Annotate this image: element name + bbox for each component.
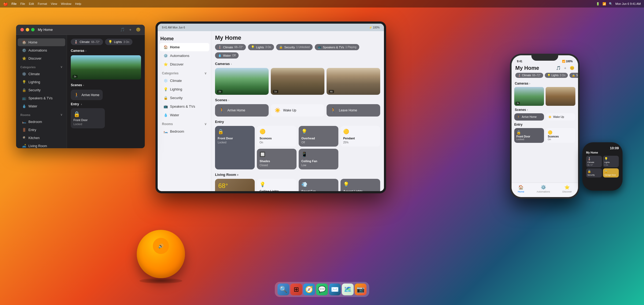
iphone-tab-automations[interactable]: ⚙️ Automations [536,185,550,193]
home-icon: 🏠 [22,40,26,44]
dock-maps[interactable]: 🗺️ [342,284,354,295]
ipad-chip-water[interactable]: 💧 Water Off [215,52,239,59]
menu-view[interactable]: View [51,2,57,5]
sidebar-item-living-room[interactable]: 🛋️ Living Room [18,142,65,148]
menu-format[interactable]: Format [38,2,47,5]
ipad-pendant[interactable]: 🟡 Pendant 25% [340,126,380,147]
ipad-cam-indoor[interactable]: 4s [327,68,380,95]
ipad-rooms-section: Rooms ∨ [158,119,211,127]
ipad-chip-speakers[interactable]: 📺 Speakers & TVs 1 Playing [315,44,359,50]
iphone-tab-discover[interactable]: ⭐ Discover [562,185,572,193]
sidebar-item-entry[interactable]: 🚪 Entry [18,126,65,134]
ipad-smart-fan[interactable]: 💨 Smart Fan Off [299,179,338,191]
ipad-room-bedroom[interactable]: 🛏️Bedroom [159,127,209,136]
iphone-sconces[interactable]: 🟡 Sconces On [546,128,575,143]
menu-edit[interactable]: Edit [29,2,34,5]
sidebar-section-rooms: Rooms ∨ [16,110,67,118]
ipad-scene-leave-home[interactable]: 🚶 Leave Home [327,104,380,117]
iphone-cam-indoor[interactable] [546,87,575,106]
apple-menu-icon[interactable]: 🍎 [3,2,8,6]
dock-messages[interactable]: 💬 [316,284,328,295]
ipad-cat-speakers[interactable]: 📺Speakers & TVs [159,102,209,111]
ipad-cam-outdoor[interactable]: 1s [271,68,324,95]
sidebar-item-lighting[interactable]: 💡 Lighting [18,78,65,86]
iphone-chip-security[interactable]: 🔒 Security 1 Unlocked [569,73,578,78]
dock-finder[interactable]: 🔍 [277,284,289,295]
watch-card-climate[interactable]: 🌡️ Climate 68–72° [586,156,602,167]
ipad-nav-home[interactable]: 🏠 Home [159,43,209,51]
menu-help[interactable]: Help [75,2,81,5]
ipad-chip-climate[interactable]: 🌡️ Climate 68–72° [215,44,246,50]
app-menu-home[interactable]: File [12,2,17,5]
minimize-button[interactable] [26,28,29,31]
sidebar-item-water[interactable]: 💧 Water [18,102,65,110]
ipad-cat-climate[interactable]: ❄️Climate [159,77,209,85]
chevron-down-icon-rooms: ∨ [60,113,62,117]
ipad-sconces[interactable]: 🟡 Sconces On [257,126,297,147]
iphone-screen: 9:41 📶 100% My Home 🎵 ＋ 😊 🌡️ Climate 68–… [512,55,578,197]
ipad-cat-lighting[interactable]: 💡Lighting [159,85,209,93]
dock-mail[interactable]: ✉️ [329,284,341,295]
ipad-nav-automations[interactable]: ⚙️ Automations [159,52,209,60]
iphone-tab-home[interactable]: 🏠 Home [518,185,524,193]
sidebar-item-climate[interactable]: ❄️ Climate [18,70,65,78]
ipad-thermostat[interactable]: 68° Thermostat Heating to 70 [215,179,255,191]
iphone-wave-icon[interactable]: 🎵 [556,66,561,71]
iphone-chip-lights[interactable]: 💡 Lights 3 On [545,73,568,78]
watch-card-security[interactable]: 🔒 Security [586,168,602,177]
ipad-scene-wake-up[interactable]: ☀️ Wake Up [271,104,324,117]
ipad-cat-water[interactable]: 💧Water [159,111,209,119]
lights-chip[interactable]: 💡 Lights 3 On [105,39,132,45]
emoji-icon[interactable]: 😊 [136,27,140,32]
front-door-card[interactable]: 🔒 Front Door Locked [71,108,105,128]
ipad-chip-lights[interactable]: 💡 Lights 3 On [248,44,274,50]
ipad-nav-discover[interactable]: ⭐ Discover [159,60,209,68]
dock-photos[interactable]: 📷 [355,284,367,295]
watch-card-lights[interactable]: 💡 Lights 3 On [603,156,619,167]
ipad-cat-security[interactable]: 🔒Security [159,94,209,102]
homepod-touch-surface[interactable]: 🔊 [153,238,169,254]
ipad-front-door[interactable]: 🔒 Front Door Locked [215,126,255,169]
iphone-add-icon[interactable]: ＋ [563,66,567,71]
ipad-time: 9:41 AM Mon Jun 6 [162,26,185,29]
sidebar-item-speakers-tvs[interactable]: 📺 Speakers & TVs [18,94,65,102]
dock-safari[interactable]: 🧭 [303,284,315,295]
watch-card-garage[interactable]: 🔒 Garage Door [603,168,619,177]
sidebar-item-automations[interactable]: ⚙️ Automations [18,46,65,54]
ipad-shades[interactable]: 🔲 Shades Closed [257,149,297,169]
ipad-accent-lights[interactable]: 💡 Accent Lights Off [340,179,380,191]
menu-file[interactable]: File [20,2,25,5]
sidebar-item-home[interactable]: 🏠 Home [18,38,65,46]
ipad-overhead[interactable]: 💡 Overhead Off [299,126,338,147]
iphone-scene-wakeup[interactable]: ☀️ Wake Up [546,113,575,121]
iphone-chip-climate[interactable]: 🌡️ Climate 68–72° [515,73,543,78]
iphone-wakeup-icon: ☀️ [548,115,552,118]
ipad-ceiling-fan[interactable]: 📱 Ceiling Fan Low [299,149,338,169]
scene-arrive-home[interactable]: 🚶 Arrive Home [71,90,103,100]
sidebar-item-security[interactable]: 🔒 Security [18,86,65,94]
iphone-smiley-icon[interactable]: 😊 [570,66,574,71]
iphone-header: My Home 🎵 ＋ 😊 [512,64,578,73]
wave-icon[interactable]: 🎵 [120,27,125,32]
climate-chip[interactable]: 🌡️ Climate 68–72° [71,39,103,45]
camera-pool[interactable]: 2s [71,55,141,79]
maximize-button[interactable] [31,28,35,31]
close-button[interactable] [20,28,24,31]
menu-window[interactable]: Window [61,2,71,5]
add-icon[interactable]: ＋ [128,27,132,32]
sidebar-item-bedroom[interactable]: 🛏️ Bedroom [18,118,65,126]
search-icon[interactable]: 🔍 [609,2,613,6]
ipad-ceiling-lights[interactable]: 💡 Ceiling Lights 90% [257,179,297,191]
ipad-scene-arrive-home[interactable]: 🚶 Arrive Home [215,104,269,117]
sidebar-item-discover[interactable]: ⭐ Discover [18,55,65,62]
iphone-front-door[interactable]: 🔒 Front Door Locked [514,128,544,143]
ipad-chip-security[interactable]: 🔒 Security 1 Unlocked [276,44,313,50]
iphone-home-title: My Home [515,65,539,71]
iphone-scene-arrive[interactable]: 🚶 Arrive Home [514,113,544,121]
ipad-main: My Home 🌡️ Climate 68–72° 💡 Lights 3 On … [211,31,384,191]
ipad-cam-pool[interactable]: 2s [215,68,269,95]
dock-launchpad[interactable]: ⊞ [290,284,302,295]
iphone-cam-pool[interactable]: 3s [514,87,544,106]
ipad-statusbar: 9:41 AM Mon Jun 6 ⚡ 100% [158,24,384,31]
sidebar-item-kitchen[interactable]: 🍳 Kitchen [18,134,65,142]
